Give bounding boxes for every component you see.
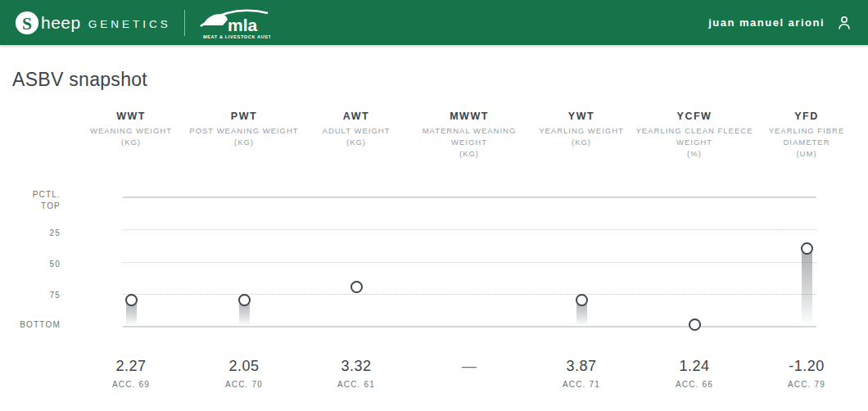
trait-value-pwt: 2.05 ACC. 70 xyxy=(183,358,305,389)
trait-unit: (UM) xyxy=(745,148,868,160)
trait-code: AWT xyxy=(295,111,418,122)
gridline-50 xyxy=(123,262,816,263)
trait-value-awt: 3.32 ACC. 61 xyxy=(295,358,418,389)
trait-name: POST WEANING WEIGHT xyxy=(183,125,305,137)
person-icon[interactable] xyxy=(835,14,853,32)
chart-markers-layer xyxy=(0,0,868,411)
asbv-value: 2.27 xyxy=(70,358,192,374)
trait-header-pwt: PWT POST WEANING WEIGHT (KG) xyxy=(183,111,305,148)
trait-code: PWT xyxy=(183,111,305,122)
marker-tail-ywt xyxy=(576,300,587,326)
axis-label-pctl-top: PCTL. TOP xyxy=(0,189,61,211)
gridline-bottom xyxy=(123,326,816,327)
gridline-75 xyxy=(123,294,816,295)
accuracy-label: ACC. 70 xyxy=(183,380,305,389)
brand-word: heep xyxy=(41,13,81,33)
marker-pwt xyxy=(238,294,251,306)
user-name[interactable]: juan manuel arioni xyxy=(708,16,825,29)
mla-abbr: mla xyxy=(228,16,258,34)
trait-code: YCFW xyxy=(633,111,756,122)
trait-header-mwwt: MWWT MATERNAL WEANING WEIGHT (KG) xyxy=(408,111,531,160)
mla-logo: mla MEAT & LIVESTOCK AUSTRALIA xyxy=(198,6,270,40)
asbv-value: — xyxy=(408,358,531,374)
axis-label-50: 50 xyxy=(0,260,61,269)
mla-tagline: MEAT & LIVESTOCK AUSTRALIA xyxy=(203,34,270,38)
accuracy-label: ACC. 71 xyxy=(520,380,643,389)
trait-header-yfd: YFD YEARLING FIBRE DIAMETER (UM) xyxy=(745,111,868,160)
axis-label-75: 75 xyxy=(0,291,61,300)
trait-name: YEARLING WEIGHT xyxy=(520,125,643,137)
marker-tail-wwt xyxy=(126,300,137,326)
trait-name: ADULT WEIGHT xyxy=(295,125,418,137)
asbv-value: 2.05 xyxy=(183,358,305,374)
trait-name: YEARLING CLEAN FLEECE WEIGHT xyxy=(633,125,756,148)
marker-tail-yfd xyxy=(802,249,812,326)
app-header: S heep GENETICS mla MEAT & LIVESTOCK AUS… xyxy=(0,0,868,45)
axis-label-bottom: BOTTOM xyxy=(0,320,61,329)
marker-ycfw xyxy=(689,318,701,331)
marker-yfd xyxy=(801,242,813,255)
asbv-value: 3.32 xyxy=(295,358,418,374)
accuracy-label: ACC. 66 xyxy=(633,380,756,389)
trait-value-ywt: 3.87 ACC. 71 xyxy=(520,358,643,389)
marker-ywt xyxy=(576,294,588,306)
trait-value-ycfw: 1.24 ACC. 66 xyxy=(633,358,756,389)
axis-pctl: PCTL. xyxy=(0,189,61,201)
brand-word-caps: GENETICS xyxy=(88,16,171,30)
trait-name: YEARLING FIBRE DIAMETER xyxy=(745,125,868,148)
trait-unit: (KG) xyxy=(183,137,305,148)
trait-unit: (KG) xyxy=(520,137,643,148)
gridline-25 xyxy=(123,229,816,230)
marker-wwt xyxy=(125,294,138,306)
axis-top: TOP xyxy=(0,201,61,212)
sheep-logo-icon: S xyxy=(15,11,39,35)
asbv-value: 1.24 xyxy=(633,358,756,374)
sheep-genetics-logo[interactable]: S heep GENETICS xyxy=(15,11,171,35)
sheep-logo-letter: S xyxy=(22,13,32,33)
trait-name: MATERNAL WEANING WEIGHT xyxy=(408,125,531,148)
trait-header-wwt: WWT WEANING WEIGHT (KG) xyxy=(70,111,192,148)
trait-code: WWT xyxy=(70,111,192,122)
trait-unit: (KG) xyxy=(408,148,531,160)
accuracy-label: ACC. 69 xyxy=(70,380,192,389)
axis-label-25: 25 xyxy=(0,228,61,237)
trait-header-ycfw: YCFW YEARLING CLEAN FLEECE WEIGHT (%) xyxy=(633,111,756,160)
trait-unit: (KG) xyxy=(295,137,418,148)
asbv-value: -1.20 xyxy=(745,358,868,374)
trait-name: WEANING WEIGHT xyxy=(70,125,192,137)
trait-unit: (KG) xyxy=(70,137,192,148)
trait-value-yfd: -1.20 ACC. 79 xyxy=(745,358,868,389)
trait-code: YWT xyxy=(520,111,643,122)
gridline-top xyxy=(123,196,816,198)
trait-code: MWWT xyxy=(408,111,531,122)
trait-code: YFD xyxy=(745,111,868,122)
accuracy-label: ACC. 61 xyxy=(295,380,418,389)
trait-header-awt: AWT ADULT WEIGHT (KG) xyxy=(295,111,418,148)
mla-logo-icon: mla MEAT & LIVESTOCK AUSTRALIA xyxy=(198,6,270,40)
trait-value-wwt: 2.27 ACC. 69 xyxy=(70,358,192,389)
trait-header-ywt: YWT YEARLING WEIGHT (KG) xyxy=(520,111,643,148)
trait-unit: (%) xyxy=(633,148,756,160)
marker-tail-pwt xyxy=(239,300,250,326)
asbv-value: 3.87 xyxy=(520,358,643,374)
marker-awt xyxy=(350,281,363,293)
header-divider xyxy=(184,10,185,36)
accuracy-label: ACC. 79 xyxy=(745,380,868,389)
page-title: ASBV snapshot xyxy=(12,69,147,91)
trait-value-mwwt: — xyxy=(408,358,531,380)
